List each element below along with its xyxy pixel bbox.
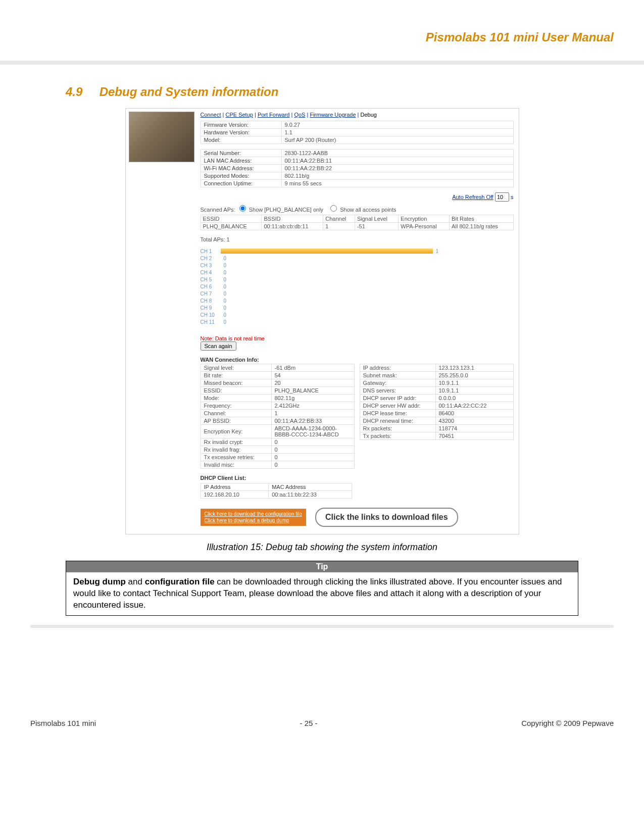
download-config-link[interactable]: Click here to download the configuration… [205, 511, 302, 517]
wan-row: Missed beacon:20 [201, 379, 354, 387]
section-number: 4.9 [66, 85, 96, 99]
net-label: DHCP renewal time: [360, 417, 435, 425]
net-value: 43200 [435, 417, 513, 425]
nav-cpe-setup[interactable]: CPE Setup [225, 112, 253, 118]
realtime-note: Note: Data is not real time [201, 335, 514, 341]
model-value: Surf AP 200 (Router) [281, 136, 513, 144]
header-title: Pismolabs 101 mini User Manual [426, 30, 614, 44]
aps-table: ESSID BSSID Channel Signal Level Encrypt… [201, 215, 514, 230]
channel-row: CH 100 [201, 311, 514, 318]
channel-label: CH 8 [201, 298, 221, 304]
aps-h-bssid: BSSID [262, 215, 323, 223]
total-aps-label: Total APs: [201, 236, 225, 242]
aps-channel: 1 [323, 223, 355, 230]
scan-again-button[interactable]: Scan again [201, 341, 236, 351]
wan-value: -61 dBm [271, 364, 354, 372]
aps-bssid: 00:11:ab:cb:db:11 [262, 223, 323, 230]
aps-h-essid: ESSID [201, 215, 262, 223]
hw-version-value: 1.1 [281, 129, 513, 136]
download-debug-link[interactable]: Click here to download a debug dump [205, 517, 302, 524]
channel-label: CH 5 [201, 277, 221, 282]
dhcp-client-heading: DHCP Client List: [201, 475, 514, 481]
header-underline [0, 61, 644, 65]
auto-refresh-link[interactable]: Auto Refresh Off [452, 194, 493, 200]
download-callout: Click the links to download files [315, 508, 458, 527]
nav-debug[interactable]: Debug [361, 112, 377, 118]
channel-usage-chart: CH 11CH 20CH 30CH 40CH 50CH 60CH 70CH 80… [201, 248, 514, 325]
wan-row: Encryption Key:ABCD-AAAA-1234-0000-BBBB-… [201, 425, 354, 438]
footer-left: Pismolabs 101 mini [30, 719, 96, 727]
tip-bold2: configuration file [145, 577, 215, 586]
channel-label: CH 4 [201, 270, 221, 275]
wan-value: 0 [271, 461, 354, 469]
net-value: 70451 [435, 432, 513, 440]
net-label: DHCP server HW addr: [360, 402, 435, 410]
auto-refresh-input[interactable] [495, 192, 509, 202]
wan-info-table: Signal level:-61 dBmBit rate:54Missed be… [201, 364, 355, 469]
nav-firmware-upgrade[interactable]: Firmware Upgrade [310, 112, 356, 118]
serial-value: 2830-1122-AABB [281, 150, 513, 157]
fw-version-label: Firmware Version: [201, 121, 281, 129]
uptime-label: Connection Uptime: [201, 180, 281, 187]
net-label: IP address: [360, 364, 435, 372]
channel-label: CH 1 [201, 249, 221, 254]
net-label: DHCP server IP addr: [360, 395, 435, 402]
serial-label: Serial Number: [201, 150, 281, 157]
wan-value: 54 [271, 372, 354, 379]
wan-value: PLHQ_BALANCE [271, 387, 354, 395]
tip-box: Tip Debug dump and configuration file ca… [66, 561, 578, 616]
wan-value: ABCD-AAAA-1234-0000-BBBB-CCCC-1234-ABCD [271, 425, 354, 438]
wan-label: AP BSSID: [201, 417, 271, 425]
wan-row: Frequency:2.412GHz [201, 402, 354, 410]
wan-value: 00:11:AA:22:BB:33 [271, 417, 354, 425]
decorative-photo [129, 112, 194, 162]
wan-label: Rx invalid frag: [201, 446, 271, 454]
net-row: Subnet mask:255.255.0.0 [360, 372, 513, 379]
net-row: DHCP renewal time:43200 [360, 417, 513, 425]
net-label: DNS servers: [360, 387, 435, 395]
channel-row: CH 30 [201, 262, 514, 269]
footer-right: Copyright © 2009 Pepwave [521, 719, 614, 727]
dhcp-h-mac: MAC Address [269, 483, 352, 491]
dhcp-mac: 00:aa:11:bb:22:33 [269, 491, 352, 499]
scan-opt1-radio[interactable] [239, 205, 246, 212]
channel-value: 0 [224, 284, 227, 289]
hw-version-label: Hardware Version: [201, 129, 281, 136]
channel-row: CH 80 [201, 297, 514, 304]
net-label: DHCP lease time: [360, 410, 435, 417]
channel-value: 0 [224, 312, 227, 318]
channel-value: 0 [224, 270, 227, 275]
wan-row: Invalid misc:0 [201, 461, 354, 469]
nav-tabs: Connect | CPE Setup | Port Forward | QoS… [201, 112, 514, 118]
download-links-box: Click here to download the configuration… [201, 509, 306, 526]
aps-h-bitrates: Bit Rates [450, 215, 513, 223]
nav-port-forward[interactable]: Port Forward [258, 112, 290, 118]
wan-row: Channel:1 [201, 410, 354, 417]
total-aps: Total APs: 1 [201, 236, 514, 242]
channel-value: 0 [224, 319, 227, 325]
wan-value: 2.412GHz [271, 402, 354, 410]
uptime-value: 9 mins 55 secs [281, 180, 513, 187]
wan-label: Tx excessive retries: [201, 454, 271, 461]
aps-encryption: WPA-Personal [399, 223, 450, 230]
nav-connect[interactable]: Connect [201, 112, 221, 118]
section-heading: 4.9 Debug and System information [66, 85, 578, 99]
download-links-row: Click here to download the configuration… [201, 508, 514, 527]
model-label: Model: [201, 136, 281, 144]
wan-label: Frequency: [201, 402, 271, 410]
wan-row: AP BSSID:00:11:AA:22:BB:33 [201, 417, 354, 425]
channel-label: CH 10 [201, 312, 221, 318]
aps-essid: PLHQ_BALANCE [201, 223, 262, 230]
wan-value: 1 [271, 410, 354, 417]
wan-label: Rx invalid crypt: [201, 438, 271, 446]
wan-row: ESSID:PLHQ_BALANCE [201, 387, 354, 395]
channel-row: CH 60 [201, 283, 514, 290]
wan-row: Rx invalid frag:0 [201, 446, 354, 454]
illustration-caption: Illustration 15: Debug tab showing the s… [66, 542, 578, 553]
scan-opt2-radio[interactable] [330, 205, 337, 212]
nav-qos[interactable]: QoS [294, 112, 305, 118]
wan-value: 0 [271, 438, 354, 446]
dhcp-client-table: IP Address MAC Address 192.168.20.10 00:… [201, 483, 352, 499]
net-value: 123.123.123.1 [435, 364, 513, 372]
wan-label: Channel: [201, 410, 271, 417]
